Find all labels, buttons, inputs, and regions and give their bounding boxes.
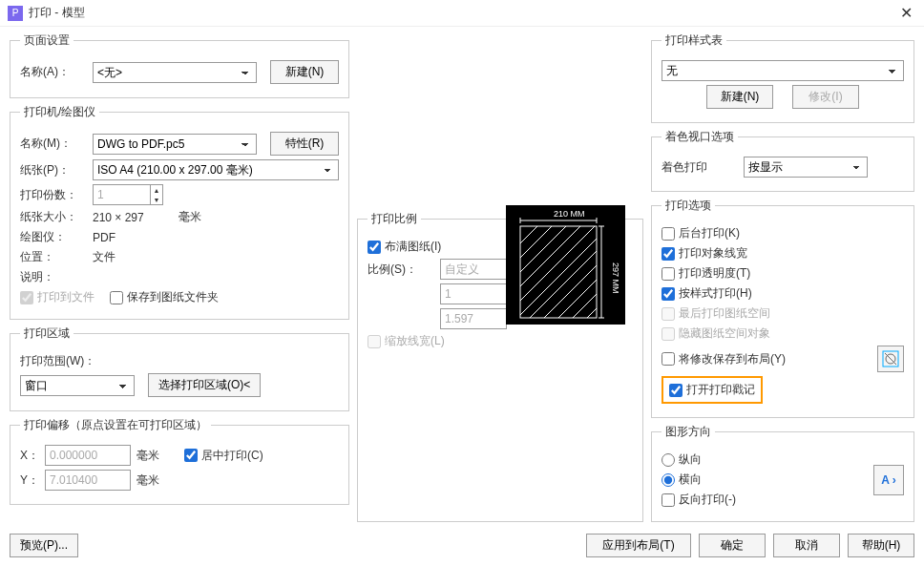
- new-page-setup-button[interactable]: 新建(N): [270, 60, 339, 84]
- print-options-group: 打印选项 后台打印(K) 打印对象线宽 打印透明度(T) 按样式打印(H) 最后…: [651, 198, 914, 418]
- print-area-group: 打印区域 打印范围(W)： 窗口 选择打印区域(O)<: [10, 325, 349, 411]
- stamp-settings-button[interactable]: [877, 346, 904, 372]
- paper-size-label: 纸张大小：: [20, 209, 87, 225]
- style-table-group: 打印样式表 无 新建(N) 修改(I): [651, 32, 914, 123]
- fit-paper-checkbox[interactable]: 布满图纸(I): [368, 239, 441, 255]
- shade-legend: 着色视口选项: [662, 129, 738, 145]
- offset-legend: 打印偏移（原点设置在可打印区域）: [20, 417, 211, 433]
- opt-hide: 隐藏图纸空间对象: [662, 325, 770, 342]
- page-setup-group: 页面设置 名称(A)： <无> 新建(N): [10, 32, 349, 98]
- close-icon[interactable]: ✕: [896, 4, 916, 22]
- page-name-label: 名称(A)：: [20, 64, 87, 80]
- offset-x-label: X：: [20, 448, 39, 464]
- paper-preview: 210 MM 297 MM: [506, 205, 625, 325]
- orientation-legend: 图形方向: [662, 424, 715, 440]
- orientation-a-icon: A ›: [881, 473, 896, 487]
- help-button[interactable]: 帮助(H): [848, 534, 914, 557]
- print-options-legend: 打印选项: [662, 198, 715, 214]
- svg-text:210 MM: 210 MM: [554, 209, 585, 219]
- ok-button[interactable]: 确定: [699, 534, 766, 557]
- style-edit-button: 修改(I): [792, 85, 859, 109]
- style-table-select[interactable]: 无: [662, 60, 904, 81]
- printer-legend: 打印机/绘图仪: [20, 104, 99, 120]
- offset-y-input[interactable]: [45, 470, 131, 491]
- desc-label: 说明：: [20, 269, 87, 285]
- print-to-file-checkbox: 打印到文件: [20, 289, 94, 305]
- opt-stamp-highlight: 打开打印戳记: [662, 376, 763, 404]
- opt-trans[interactable]: 打印透明度(T): [662, 265, 750, 282]
- printer-name-select[interactable]: DWG to PDF.pc5: [93, 134, 257, 155]
- scale-num-input[interactable]: [440, 283, 507, 304]
- shade-label: 着色打印: [662, 159, 738, 176]
- copies-input[interactable]: [93, 184, 150, 205]
- titlebar: P 打印 - 模型 ✕: [0, 0, 924, 27]
- paper-size-value: 210 × 297: [93, 211, 144, 224]
- preview-button[interactable]: 预览(P)...: [10, 534, 78, 557]
- printer-props-button[interactable]: 特性(R): [270, 132, 339, 156]
- paper-label: 纸张(P)：: [20, 162, 87, 178]
- scale-den-input[interactable]: [440, 308, 507, 329]
- paper-preview-svg: 210 MM 297 MM: [506, 205, 625, 325]
- stamp-icon: [882, 350, 899, 367]
- offset-x-unit: 毫米: [136, 448, 159, 464]
- plotter-value: PDF: [93, 231, 116, 244]
- style-new-button[interactable]: 新建(N): [706, 85, 773, 109]
- orient-reverse[interactable]: 反向打印(-): [662, 492, 736, 508]
- paper-select[interactable]: ISO A4 (210.00 x 297.00 毫米): [93, 159, 339, 180]
- opt-last: 最后打印图纸空间: [662, 305, 770, 322]
- apply-layout-button[interactable]: 应用到布局(T): [586, 534, 691, 557]
- footer: 预览(P)... 应用到布局(T) 确定 取消 帮助(H): [0, 528, 924, 563]
- copies-spinner[interactable]: ▲▼: [93, 184, 163, 205]
- center-print-input[interactable]: [184, 449, 198, 462]
- spinner-down-icon[interactable]: ▼: [151, 195, 162, 204]
- offset-group: 打印偏移（原点设置在可打印区域） X： 毫米 居中打印(C) Y： 毫米: [10, 417, 349, 505]
- ratio-label: 比例(S)：: [368, 262, 434, 278]
- printer-group: 打印机/绘图仪 名称(M)： DWG to PDF.pc5 特性(R) 纸张(P…: [10, 104, 349, 320]
- plotter-label: 绘图仪：: [20, 229, 87, 245]
- svg-text:297 MM: 297 MM: [611, 262, 620, 294]
- orientation-icon-button: A ›: [873, 465, 904, 495]
- print-range-select[interactable]: 窗口: [20, 375, 135, 396]
- style-table-legend: 打印样式表: [662, 32, 726, 49]
- save-to-folder-input[interactable]: [110, 291, 123, 304]
- location-value: 文件: [93, 249, 116, 265]
- save-to-folder-checkbox[interactable]: 保存到图纸文件夹: [110, 289, 219, 305]
- location-label: 位置：: [20, 249, 87, 265]
- opt-save-layout[interactable]: 将修改保存到布局(Y): [662, 351, 786, 367]
- page-name-select[interactable]: <无>: [93, 62, 257, 83]
- offset-y-label: Y：: [20, 472, 39, 489]
- copies-label: 打印份数：: [20, 187, 87, 203]
- opt-lw[interactable]: 打印对象线宽: [662, 245, 747, 262]
- orient-portrait[interactable]: 纵向: [662, 451, 873, 468]
- center-print-checkbox[interactable]: 居中打印(C): [184, 448, 263, 464]
- svg-rect-2: [506, 205, 625, 325]
- window-title: 打印 - 模型: [29, 5, 85, 21]
- printer-name-label: 名称(M)：: [20, 136, 87, 152]
- print-to-file-input: [20, 291, 33, 304]
- offset-y-unit: 毫米: [136, 472, 159, 489]
- print-range-label: 打印范围(W)：: [20, 353, 95, 369]
- scale-legend: 打印比例: [368, 211, 421, 227]
- opt-bg[interactable]: 后台打印(K): [662, 225, 740, 241]
- orientation-group: 图形方向 纵向 横向 反向打印(-) A ›: [651, 424, 914, 522]
- opt-style[interactable]: 按样式打印(H): [662, 285, 752, 302]
- app-icon: P: [8, 6, 23, 21]
- shade-group: 着色视口选项 着色打印 按显示: [651, 129, 914, 192]
- page-setup-legend: 页面设置: [20, 32, 74, 49]
- spinner-up-icon[interactable]: ▲: [151, 185, 162, 195]
- paper-size-unit: 毫米: [178, 209, 201, 225]
- opt-stamp[interactable]: 打开打印戳记: [669, 382, 755, 398]
- shade-select[interactable]: 按显示: [744, 157, 868, 178]
- offset-x-input[interactable]: [45, 445, 131, 466]
- scale-lw-input: [368, 335, 381, 348]
- fit-paper-input[interactable]: [368, 241, 381, 254]
- cancel-button[interactable]: 取消: [773, 534, 840, 557]
- orient-landscape[interactable]: 横向: [662, 472, 873, 488]
- print-area-legend: 打印区域: [20, 325, 74, 342]
- select-area-button[interactable]: 选择打印区域(O)<: [148, 373, 261, 397]
- scale-lw-checkbox: 缩放线宽(L): [368, 333, 445, 349]
